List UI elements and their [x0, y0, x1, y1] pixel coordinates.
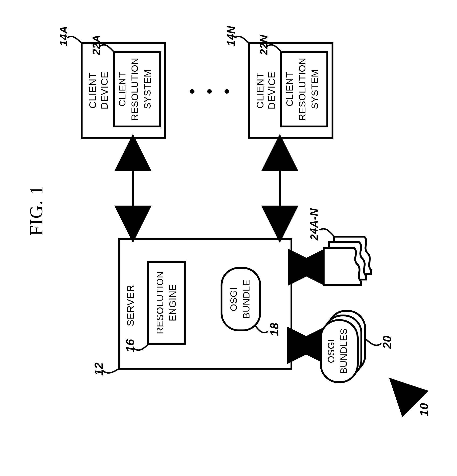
ref-server: 12: [92, 362, 106, 376]
ref-resolution: 16: [124, 339, 137, 352]
svg-rect-2: [148, 262, 185, 344]
bundles-l2: BUNDLES: [339, 320, 349, 382]
svg-rect-3: [222, 268, 260, 330]
resolution-line1: RESOLUTION: [155, 270, 165, 336]
client-bot-l2: DEVICE: [266, 43, 277, 138]
svg-line-0: [392, 380, 415, 404]
osgi-l2: BUNDLE: [241, 271, 252, 328]
ref-docs: 24A-N: [308, 208, 320, 240]
client-top-res3: SYSTEM: [142, 52, 153, 127]
server-label: SERVER: [125, 285, 136, 326]
ellipsis-dot-2: •: [200, 88, 219, 94]
client-bot-res3: SYSTEM: [310, 52, 320, 127]
ref-client-top: 14A: [57, 26, 70, 46]
ref-osgi-bundles: 20: [381, 335, 394, 349]
diagram-scene: FIG. 1: [0, 0, 457, 476]
client-top-l1: CLIENT: [87, 43, 98, 138]
client-bot-l1: CLIENT: [255, 43, 266, 138]
resolution-line2: ENGINE: [167, 270, 178, 336]
client-bot-res1: CLIENT: [284, 52, 295, 127]
client-top-res2: RESOLUTION: [130, 52, 140, 127]
client-top-l2: DEVICE: [99, 43, 110, 138]
client-bot-res2: RESOLUTION: [297, 52, 307, 127]
svg-rect-1: [119, 239, 291, 369]
ref-overall: 10: [417, 403, 431, 416]
ref-client-bottom: 14N: [225, 26, 237, 46]
ellipsis-dot-3: •: [217, 88, 236, 94]
client-top-res1: CLIENT: [117, 52, 128, 127]
ellipsis-dot-1: •: [183, 88, 201, 94]
osgi-l1: OSGI: [229, 271, 239, 328]
ref-osgi-bundle: 18: [268, 323, 281, 336]
bundles-l1: OSGI: [326, 320, 336, 382]
